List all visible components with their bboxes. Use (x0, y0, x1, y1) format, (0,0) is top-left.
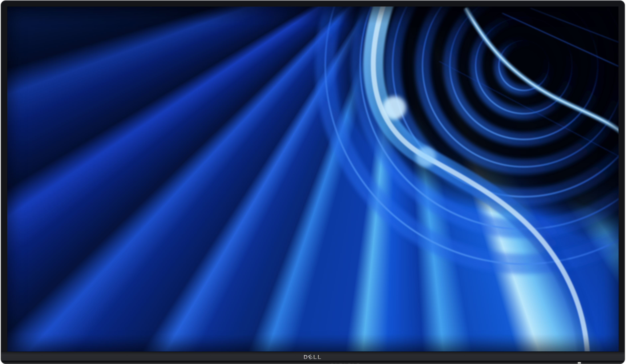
logo-letter-l2: L (317, 354, 321, 360)
screen-vignette (7, 6, 619, 351)
regulatory-marks (331, 363, 361, 364)
logo-letter-e-tilted: E (307, 354, 313, 360)
power-led-indicator (578, 362, 581, 364)
bottom-edge-strip (1, 362, 625, 364)
logo-letter-d: D (304, 354, 308, 360)
logo-letter-l1: L (313, 354, 317, 360)
dell-logo: D E L L (304, 354, 322, 360)
monitor-frame: D E L L (1, 0, 625, 364)
product-photo-stage: D E L L (0, 0, 626, 364)
power-led-light (578, 362, 581, 364)
screen-panel (7, 6, 619, 351)
